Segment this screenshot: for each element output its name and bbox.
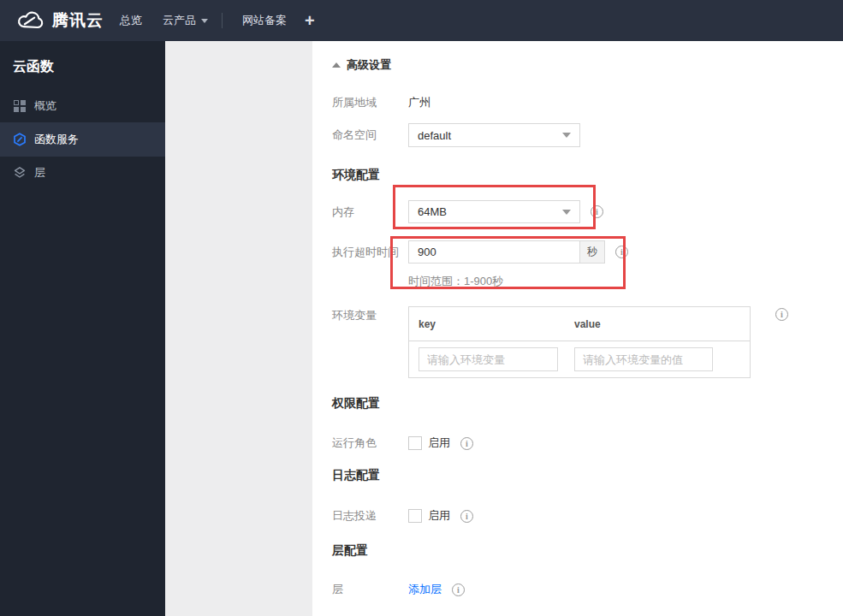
layer-info-icon[interactable]: i [452, 583, 465, 596]
tencent-cloud-logo-icon [15, 10, 45, 31]
memory-info-icon[interactable]: i [591, 205, 603, 218]
log-info-icon[interactable]: i [460, 510, 473, 523]
namespace-label: 命名空间 [332, 127, 408, 143]
memory-selected-value: 64MB [418, 205, 447, 218]
sidebar-item-label: 概览 [34, 98, 56, 114]
app-window: 腾讯云 总览 云产品 网站备案 + 云函数 概览 [0, 0, 843, 616]
collapse-triangle-icon [332, 62, 341, 68]
env-var-value-input[interactable] [574, 347, 713, 371]
perm-config-heading: 权限配置 [332, 396, 380, 412]
nav-products-label: 云产品 [163, 13, 196, 28]
sidebar-item-function-service[interactable]: 函数服务 [0, 122, 165, 157]
sidebar-item-label: 函数服务 [34, 132, 79, 147]
layers-icon [13, 166, 27, 180]
settings-form: 高级设置 所属地域 广州 命名空间 default 环境配置 内存 64MB i… [312, 41, 843, 616]
memory-label: 内存 [332, 204, 408, 220]
brand[interactable]: 腾讯云 [15, 0, 104, 41]
role-label: 运行角色 [332, 435, 408, 451]
timeout-hint: 时间范围：1-900秒 [408, 274, 503, 289]
timeout-input[interactable] [408, 240, 580, 264]
env-config-heading: 环境配置 [332, 168, 380, 183]
topbar: 腾讯云 总览 云产品 网站备案 + [0, 0, 843, 41]
env-vars-row: 环境变量 key value [332, 306, 751, 378]
add-layer-link[interactable]: 添加层 [408, 582, 442, 597]
brand-name: 腾讯云 [52, 9, 104, 32]
env-vars-header-row: key value [409, 307, 750, 341]
namespace-selected-value: default [418, 129, 451, 142]
env-vars-info-icon[interactable]: i [775, 308, 788, 321]
env-vars-input-row [409, 341, 750, 377]
nav-overview-label: 总览 [120, 13, 142, 28]
sidebar-item-layers[interactable]: 层 [0, 157, 165, 189]
hexagon-function-icon [13, 133, 27, 146]
timeout-row: 执行超时时间 秒 i [332, 240, 628, 264]
log-enable-label: 启用 [428, 508, 450, 524]
value-column-header: value [574, 318, 601, 330]
layer-config-heading: 层配置 [332, 543, 368, 559]
region-row: 所属地域 广州 [332, 95, 430, 110]
role-info-icon[interactable]: i [460, 437, 473, 450]
memory-select[interactable]: 64MB [408, 200, 580, 223]
memory-row: 内存 64MB i [332, 200, 603, 223]
topbar-divider [222, 13, 223, 28]
chevron-down-icon [562, 133, 571, 138]
key-column-header: key [419, 318, 574, 330]
grid-icon [13, 99, 27, 113]
env-vars-table: key value [408, 306, 751, 378]
sidebar-title: 云函数 [0, 41, 165, 90]
namespace-row: 命名空间 default [332, 123, 580, 147]
nav-products[interactable]: 云产品 [163, 0, 208, 41]
env-var-key-input[interactable] [419, 347, 558, 371]
log-label: 日志投递 [332, 508, 408, 524]
layer-row: 层 添加层 i [332, 582, 465, 597]
sidebar: 云函数 概览 函数服务 层 [0, 41, 165, 616]
sidebar-item-overview[interactable]: 概览 [0, 90, 165, 122]
nav-icp[interactable]: 网站备案 [242, 0, 287, 41]
secondary-panel [165, 41, 312, 616]
chevron-down-icon [201, 19, 208, 23]
role-enable-checkbox[interactable] [408, 436, 422, 450]
advanced-settings-toggle[interactable]: 高级设置 [332, 57, 391, 73]
log-row: 日志投递 启用 i [332, 508, 473, 524]
env-vars-label: 环境变量 [332, 309, 408, 323]
nav-overview[interactable]: 总览 [120, 0, 142, 41]
role-enable-label: 启用 [428, 435, 450, 451]
timeout-input-group: 秒 [408, 240, 605, 264]
role-row: 运行角色 启用 i [332, 435, 473, 451]
advanced-settings-label: 高级设置 [347, 57, 391, 73]
nav-icp-label: 网站备案 [242, 13, 287, 28]
chevron-down-icon [562, 210, 571, 215]
log-config-heading: 日志配置 [332, 468, 380, 483]
log-enable-checkbox[interactable] [408, 509, 422, 523]
namespace-select[interactable]: default [408, 123, 580, 147]
region-label: 所属地域 [332, 95, 408, 110]
region-value: 广州 [408, 95, 430, 110]
timeout-unit: 秒 [580, 240, 605, 264]
timeout-label: 执行超时时间 [332, 245, 408, 260]
add-tab-button[interactable]: + [305, 0, 315, 41]
timeout-info-icon[interactable]: i [615, 246, 628, 258]
layer-label: 层 [332, 582, 408, 597]
sidebar-item-label: 层 [34, 165, 45, 181]
plus-icon: + [305, 11, 315, 31]
